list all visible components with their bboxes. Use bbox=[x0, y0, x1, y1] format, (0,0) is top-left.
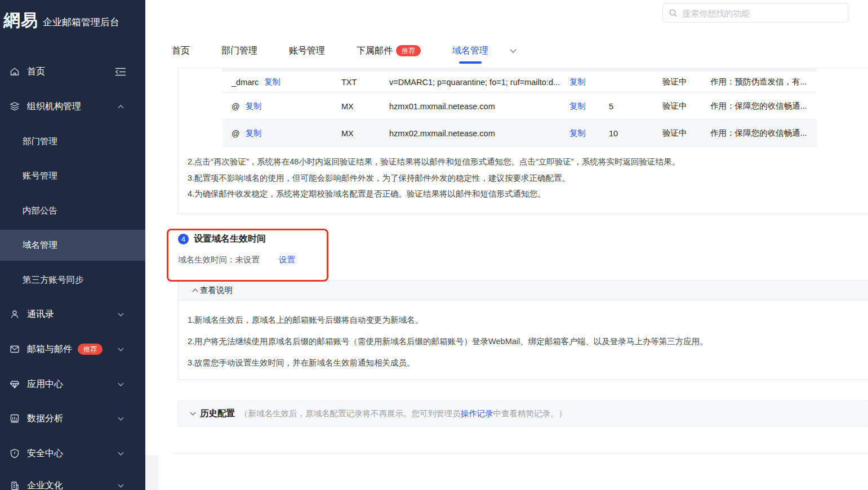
copy-value-link[interactable]: 复制 bbox=[569, 77, 586, 86]
active-tab-underline bbox=[459, 61, 482, 64]
note-line: 4.为确保邮件收发稳定，系统将定期校验域名配置是否正确。验证结果将以邮件和短信形… bbox=[188, 186, 858, 202]
history-note-suffix: 中查看精简记录。） bbox=[493, 409, 567, 418]
sidebar-item-label: 首页 bbox=[27, 66, 45, 78]
recommend-badge: 推荐 bbox=[396, 45, 421, 56]
copy-host-link[interactable]: 复制 bbox=[246, 128, 262, 139]
tab-label: 账号管理 bbox=[289, 45, 325, 57]
search-input[interactable] bbox=[682, 8, 848, 18]
dns-records-table: _dmarc 复制 TXT v=DMARC1; p=quarantine; fo… bbox=[222, 68, 817, 147]
sidebar-item-contacts[interactable]: 通讯录 bbox=[0, 302, 145, 327]
tab-label: 域名管理 bbox=[452, 45, 488, 57]
record-priority: 10 bbox=[598, 129, 654, 138]
app-title: 企业邮箱管理后台 bbox=[43, 16, 119, 29]
sidebar-item-notice[interactable]: 内部公告 bbox=[0, 198, 145, 223]
sidebar-item-label: 应用中心 bbox=[27, 378, 63, 390]
record-value: hzmx01.mxmail.netease.com bbox=[384, 102, 564, 111]
copy-host-link[interactable]: 复制 bbox=[264, 77, 281, 87]
record-value: v=DMARC1; p=quarantine; fo=1; ruf=mailto… bbox=[384, 78, 564, 87]
sidebar-item-third-party-sync[interactable]: 第三方账号同步 bbox=[0, 268, 145, 292]
sidebar: 網易 企业邮箱管理后台 首页 组织机构管理 部门管理 账号管理 bbox=[0, 0, 145, 490]
chevron-down-icon bbox=[118, 450, 124, 456]
sidebar-item-culture[interactable]: 企业文化 bbox=[0, 473, 145, 490]
tab-account[interactable]: 账号管理 bbox=[289, 34, 325, 68]
collapse-sidebar-icon[interactable] bbox=[115, 68, 126, 76]
search-box bbox=[662, 3, 848, 23]
data-analytics-icon bbox=[10, 413, 20, 424]
tab-bar: 首页 部门管理 账号管理 下属邮件 推荐 域名管理 bbox=[145, 34, 868, 68]
operation-log-link[interactable]: 操作记录 bbox=[461, 409, 493, 418]
copy-host-link[interactable]: 复制 bbox=[246, 101, 262, 112]
note-line: 2.点击“再次验证”，系统将在48小时内返回验证结果，验证结果将以邮件和短信形式… bbox=[188, 154, 858, 170]
app-center-icon bbox=[10, 379, 20, 389]
sidebar-item-label: 邮箱与邮件 bbox=[27, 344, 72, 355]
record-purpose: 作用：保障您的收信畅通... bbox=[705, 128, 817, 139]
record-priority: 5 bbox=[598, 102, 654, 111]
sidebar-item-label: 内部公告 bbox=[23, 205, 57, 217]
sidebar-item-label: 企业文化 bbox=[27, 480, 63, 490]
explain-toggle[interactable]: 查看说明 bbox=[179, 280, 868, 300]
sidebar-item-apps[interactable]: 应用中心 bbox=[0, 372, 145, 397]
sidebar-item-org[interactable]: 组织机构管理 bbox=[0, 94, 145, 119]
chevron-down-icon bbox=[118, 311, 124, 317]
tab-label: 下属邮件 bbox=[357, 45, 393, 57]
sidebar-item-label: 域名管理 bbox=[23, 239, 57, 251]
history-config-bar[interactable]: 历史配置 （新域名生效后，原域名配置记录将不再展示。您可到管理员操作记录中查看精… bbox=[178, 400, 868, 426]
tab-dept[interactable]: 部门管理 bbox=[221, 34, 257, 68]
sidebar-item-label: 数据分析 bbox=[27, 413, 63, 425]
host-record: _dmarc bbox=[232, 78, 259, 87]
sidebar-item-label: 组织机构管理 bbox=[27, 101, 81, 113]
record-value: hzmx02.mxmail.netease.com bbox=[384, 129, 564, 138]
host-record: @ bbox=[232, 129, 240, 138]
explain-header-label: 查看说明 bbox=[200, 285, 233, 296]
sidebar-item-account[interactable]: 账号管理 bbox=[0, 163, 145, 188]
tab-domain-active[interactable]: 域名管理 bbox=[452, 34, 488, 68]
tab-sub-mail[interactable]: 下属邮件 推荐 bbox=[357, 34, 421, 68]
verify-status: 验证中 bbox=[654, 101, 705, 112]
sidebar-item-security[interactable]: 安全中心 bbox=[0, 441, 145, 466]
copy-value-link[interactable]: 复制 bbox=[569, 128, 586, 137]
explain-panel: 查看说明 1.新域名生效后，原域名上的邮箱账号后缀将自动变更为新域名。 2.用户… bbox=[178, 280, 868, 380]
sidebar-item-domain-active[interactable]: 域名管理 bbox=[0, 233, 145, 257]
security-shield-icon bbox=[10, 448, 20, 458]
chevron-down-icon bbox=[118, 415, 124, 421]
history-note-prefix: （新域名生效后，原域名配置记录将不再展示。您可到管理员 bbox=[240, 409, 461, 418]
effective-time-label: 域名生效时间：未设置 bbox=[178, 255, 260, 264]
sidebar-item-label: 第三方账号同步 bbox=[23, 274, 84, 286]
logo: 網易 企业邮箱管理后台 bbox=[3, 9, 119, 32]
copy-value-link[interactable]: 复制 bbox=[569, 101, 586, 110]
company-culture-icon bbox=[10, 480, 20, 490]
set-effective-time-link[interactable]: 设置 bbox=[279, 255, 295, 264]
admin-console: 網易 企业邮箱管理后台 首页 组织机构管理 部门管理 账号管理 bbox=[0, 0, 868, 490]
netease-logo: 網易 bbox=[3, 9, 38, 32]
sidebar-item-home[interactable]: 首页 bbox=[0, 59, 145, 84]
explain-item: 2.用户将无法继续使用原域名后缀的邮箱账号（需使用新域名后缀的邮箱账号）登录We… bbox=[188, 335, 859, 348]
table-row-dmarc: _dmarc 复制 TXT v=DMARC1; p=quarantine; fo… bbox=[222, 72, 817, 93]
org-structure-icon bbox=[10, 101, 20, 112]
tab-home[interactable]: 首页 bbox=[172, 34, 190, 68]
history-title: 历史配置 bbox=[200, 408, 235, 420]
record-purpose: 作用：预防伪造发信，有... bbox=[705, 77, 817, 87]
step4-section: 4 设置域名生效时间 域名生效时间：未设置 设置 bbox=[178, 233, 295, 265]
tab-label: 部门管理 bbox=[221, 45, 257, 57]
config-notes: 2.点击“再次验证”，系统将在48小时内返回验证结果，验证结果将以邮件和短信形式… bbox=[188, 154, 858, 202]
note-line: 3.配置项不影响域名的使用，但可能会影响邮件外发，为了保持邮件外发的稳定性，建议… bbox=[188, 170, 858, 186]
host-record: @ bbox=[232, 102, 240, 111]
record-purpose: 作用：保障您的收信畅通... bbox=[705, 101, 817, 112]
record-type: MX bbox=[339, 102, 384, 111]
section-divider bbox=[173, 453, 868, 454]
step-number-badge: 4 bbox=[178, 234, 189, 244]
chevron-down-icon bbox=[118, 482, 124, 488]
chevron-up-icon bbox=[193, 288, 198, 294]
tabs-chevron-down-icon[interactable] bbox=[510, 46, 516, 52]
sidebar-item-label: 安全中心 bbox=[27, 448, 63, 460]
content-corner-gutter bbox=[145, 455, 158, 490]
contacts-icon bbox=[10, 309, 20, 319]
dns-config-panel: _dmarc 复制 TXT v=DMARC1; p=quarantine; fo… bbox=[178, 68, 868, 214]
explain-item: 3.故需您手动设置生效时间，并在新域名生效前通知相关成员。 bbox=[188, 357, 859, 369]
search-icon bbox=[669, 8, 678, 17]
sidebar-item-dept[interactable]: 部门管理 bbox=[0, 129, 145, 154]
table-row-mx1: @ 复制 MX hzmx01.mxmail.netease.com 复制 5 验… bbox=[222, 93, 817, 120]
record-type: TXT bbox=[339, 78, 384, 87]
sidebar-item-mail[interactable]: 邮箱与邮件 推荐 bbox=[0, 337, 145, 362]
sidebar-item-analytics[interactable]: 数据分析 bbox=[0, 406, 145, 431]
